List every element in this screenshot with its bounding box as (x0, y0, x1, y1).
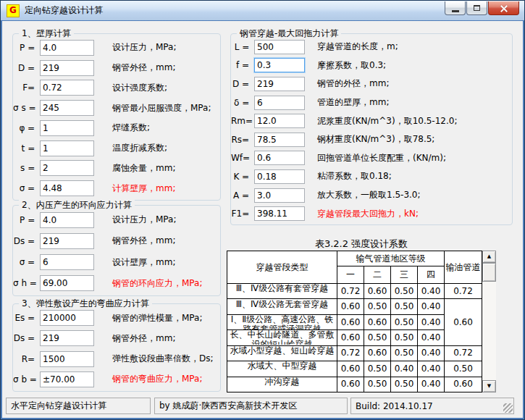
cell: 0.40 (418, 361, 445, 377)
field-row: Ds = 钢管外径，mm; (13, 330, 220, 346)
col-header-grade-1: 一 (337, 266, 364, 284)
input-elastic-modulus[interactable] (40, 310, 94, 326)
input-design-pressure[interactable] (40, 40, 94, 56)
field-desc: 温度折减系数; (112, 142, 167, 154)
input-pipe-outer-diameter-3[interactable] (40, 330, 94, 346)
field-symbol: Ds = (13, 333, 38, 343)
input-design-wall-thickness[interactable] (40, 254, 94, 270)
resize-grip[interactable] (503, 403, 513, 413)
field-symbol: δ = (231, 98, 252, 108)
field-desc: 设计压力，MPa; (112, 41, 176, 54)
cell-oil: 0.72 (445, 284, 482, 299)
minimize-button[interactable] (445, 1, 466, 15)
field-desc: 弹性敷设段曲率倍数，Ds; (112, 353, 214, 365)
scrollbar-thumb[interactable] (482, 263, 496, 282)
cell-oil: 0.72 (445, 345, 482, 361)
strength-table-container: 穿越管段类型 输气管道地区等级 输油管道 一 二 三 四 Ⅲ、Ⅳ级公路有套管穿越… (227, 251, 496, 392)
input-strength-factor[interactable] (40, 80, 94, 96)
cell: 0.60 (337, 299, 364, 314)
maximize-button[interactable] (466, 1, 487, 15)
scrollbar-up-button[interactable]: ▲ (482, 251, 496, 263)
input-viscosity-coefficient[interactable] (254, 169, 305, 184)
field-row: s = 腐蚀余量，mm; (13, 160, 220, 176)
field-desc: 钢管外径，mm; (112, 332, 175, 345)
field-desc: 钢材重度(KN/m^3)，取78.5; (317, 133, 434, 146)
cell: 0.60 (364, 314, 391, 329)
table-row[interactable]: Ⅰ、Ⅱ级公路、高速公路、铁路有套管或涵洞穿越 0.60 0.60 0.50 0.… (227, 314, 482, 329)
table-row[interactable]: 水域小型穿越、短山岭穿越 0.72 0.60 0.50 0.40 0.72 (227, 345, 482, 361)
table-row[interactable]: 水域大、中型穿越 0.60 0.50 0.40 0.40 0.50 (227, 361, 482, 377)
field-row: L = 穿越管道的长度，m; (231, 40, 512, 54)
field-row: σ = 计算壁厚，mm; (13, 180, 220, 196)
maximize-icon (474, 5, 480, 11)
input-pipe-outer-diameter-4[interactable] (254, 77, 305, 91)
input-curvature-radius-multiple[interactable] (40, 351, 94, 367)
input-calculated-wall-thickness[interactable] (40, 180, 94, 196)
field-row: P = 设计压力，MPa; (13, 40, 220, 56)
input-mud-unit-weight[interactable] (254, 114, 305, 128)
field-desc: 钢管外径，mm; (112, 235, 175, 247)
field-desc: 穿越管道的长度，m; (317, 41, 398, 53)
group-hoop-stress: 2、内压产生的环向应力计算 P = 设计压力，MPa; Ds = 钢管外径，mm… (12, 205, 221, 296)
cell: 0.50 (364, 299, 391, 314)
cell: 0.50 (391, 330, 418, 345)
app-window: G 定向钻穿越设计计算 1、壁厚计算 P = 设计压力，MPa; D = 钢管外… (0, 0, 525, 420)
cell: 0.60 (337, 330, 364, 345)
field-desc: 钢管的弹性模量，MPa; (112, 312, 202, 324)
input-pipe-outer-diameter-2[interactable] (40, 233, 94, 249)
input-min-yield-strength[interactable] (40, 100, 94, 116)
table-row[interactable]: 长、中长山岭隧道、多管敷设的短山岭穿越 0.60 0.50 0.50 0.40 (227, 330, 482, 345)
col-header-oil-pipeline: 输油管道 (445, 251, 482, 284)
input-temp-reduction-factor[interactable] (40, 140, 94, 156)
field-symbol: L = (231, 42, 252, 52)
cell: 0.50 (391, 377, 418, 392)
field-symbol: σ b = (13, 374, 38, 385)
field-row: Ds = 钢管外径，mm; (13, 233, 220, 249)
field-desc: 钢管外径，mm; (112, 62, 175, 74)
input-friction-coefficient[interactable] (254, 58, 305, 72)
group-bending-stress: 3、弹性敷设产生的弯曲应力计算 Es = 钢管的弹性模量，MPa; Ds = 钢… (12, 303, 221, 392)
field-row: P = 设计压力，MPa; (13, 212, 220, 228)
scrollbar-down-button[interactable]: ▼ (482, 380, 496, 392)
close-button[interactable] (488, 1, 519, 15)
scrollbar-track[interactable] (482, 282, 496, 380)
input-pipe-outer-diameter[interactable] (40, 60, 94, 76)
field-desc: 泥浆重度(KN/m^3)，取10.5-12.0; (317, 115, 457, 127)
input-ballast-per-length[interactable] (254, 151, 305, 165)
row-label: 冲沟穿越 (227, 377, 337, 392)
input-design-pressure-2[interactable] (40, 212, 94, 228)
field-symbol: A = (231, 190, 252, 201)
field-row: σ s = 钢管最小屈服强度，MPa; (13, 100, 220, 116)
input-hoop-stress-result[interactable] (40, 275, 94, 291)
result-desc: 计算壁厚，mm; (112, 182, 175, 195)
input-steel-unit-weight[interactable] (254, 133, 305, 147)
cell: 0.72 (337, 345, 364, 361)
cell: 0.60 (337, 377, 364, 392)
field-symbol: σ h = (13, 278, 38, 288)
input-max-pullback-force[interactable] (254, 206, 305, 221)
field-symbol: Es = (13, 313, 38, 323)
field-row: Es = 钢管的弹性模量，MPa; (13, 310, 220, 326)
cell: 0.60 (364, 345, 391, 361)
input-weld-factor[interactable] (40, 120, 94, 136)
field-desc: 放大系数，一般取1.5-3.0; (317, 189, 421, 201)
cell: 0.40 (391, 361, 418, 377)
input-pipe-wall-thickness[interactable] (254, 96, 305, 110)
result-desc: 钢管的弯曲应力，MPa; (112, 373, 202, 385)
table-row[interactable]: 冲沟穿越 0.60 0.50 0.50 0.40 0.60 (227, 377, 482, 392)
input-corrosion-allowance[interactable] (40, 160, 94, 176)
statusbar-text: by 姚成蔚·陕西西安高新技术开发区 (159, 400, 297, 412)
col-header-gas-grade-group: 输气管道地区等级 (337, 251, 445, 266)
statusbar-text: Build: 2014.10.17 (356, 401, 433, 411)
input-bending-stress-result[interactable] (40, 371, 94, 387)
cell: 0.50 (391, 299, 418, 314)
cell: 0.50 (391, 345, 418, 361)
input-crossing-length[interactable] (254, 40, 305, 54)
input-amplification-factor[interactable] (254, 188, 305, 203)
cell: 0.50 (391, 284, 418, 299)
table-row[interactable]: Ⅲ、Ⅳ级公路无套管穿越 0.60 0.50 0.50 0.40 0.60 (227, 299, 482, 314)
field-row: σ = 设计壁厚，mm; (13, 254, 220, 270)
table-row[interactable]: Ⅲ、Ⅳ级公路有套管穿越 0.72 0.60 0.50 0.40 0.72 (227, 284, 482, 299)
field-row: Rm= 泥浆重度(KN/m^3)，取10.5-12.0; (231, 114, 512, 128)
field-desc: 钢管最小屈服强度，MPa; (112, 102, 211, 114)
